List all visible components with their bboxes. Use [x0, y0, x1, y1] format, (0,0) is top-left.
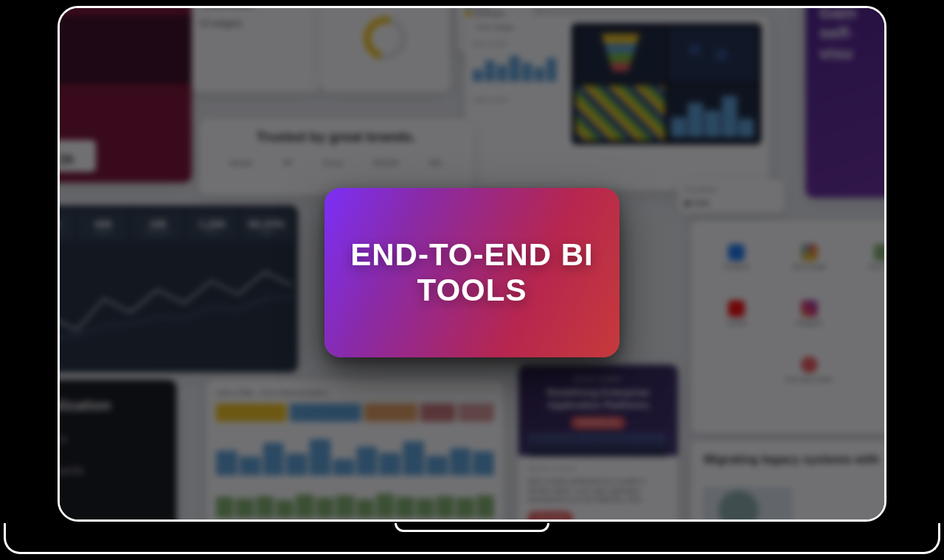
laptop-screen: Visits 245.1k Customizable Of widgets It…	[58, 6, 886, 522]
hero-badge: END-TO-END BI TOOLS	[324, 188, 620, 357]
laptop-base	[4, 523, 940, 554]
hero-title: END-TO-END BI TOOLS	[345, 237, 599, 309]
laptop-frame: Visits 245.1k Customizable Of widgets It…	[58, 6, 886, 554]
